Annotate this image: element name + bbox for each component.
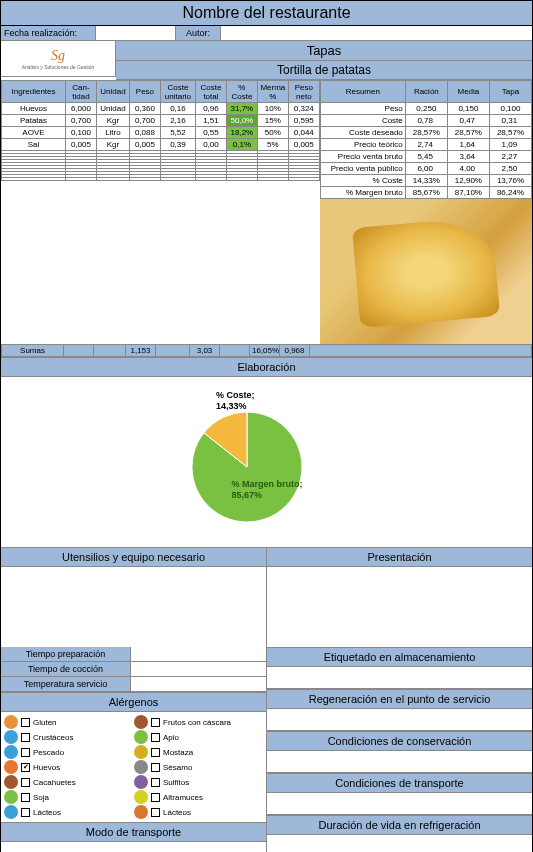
allergen-label: Apio	[163, 733, 179, 742]
res-val: 87,10%	[447, 187, 489, 199]
ing-cell: 0,324	[288, 103, 319, 115]
checkbox-icon[interactable]	[151, 763, 160, 772]
res-header: Tapa	[489, 81, 531, 103]
allergen-icon	[134, 715, 148, 729]
allergen-icon	[4, 805, 18, 819]
sums-row: Sumas 1,153 3,03 16,05% 0,968	[1, 344, 532, 357]
res-val: 0,100	[489, 103, 531, 115]
section-alergenos: Alérgenos	[1, 692, 266, 712]
checkbox-icon[interactable]	[21, 718, 30, 727]
ing-cell: 50%	[257, 127, 288, 139]
allergen-item[interactable]: Apio	[134, 730, 263, 744]
ing-header: Peso	[129, 81, 160, 103]
checkbox-icon[interactable]	[151, 793, 160, 802]
res-val: 85,67%	[405, 187, 447, 199]
ing-cell: 0,00	[195, 139, 226, 151]
ing-name: Sal	[2, 139, 66, 151]
allergen-label: Lácteos	[163, 808, 191, 817]
autor-value[interactable]	[221, 26, 532, 41]
res-val: 5,45 ‎	[405, 151, 447, 163]
allergen-item[interactable]: Gluten	[4, 715, 133, 729]
ing-cell	[288, 178, 319, 181]
label-tiempo-prep: Tiempo preparación	[1, 647, 131, 661]
duracion-box[interactable]	[267, 835, 532, 852]
ingredients-table: IngredientesCan-tidadUnidadPesoCoste uni…	[1, 80, 320, 181]
checkbox-icon[interactable]	[151, 748, 160, 757]
allergen-item[interactable]: Pescado	[4, 745, 133, 759]
allergen-item[interactable]: Lácteos	[134, 805, 263, 819]
fecha-value[interactable]	[96, 26, 176, 41]
ing-header: Coste unitario	[160, 81, 195, 103]
cond-transp-box[interactable]	[267, 793, 532, 815]
allergen-item[interactable]: Sulfitos	[134, 775, 263, 789]
checkbox-icon[interactable]	[21, 793, 30, 802]
val-temp-serv[interactable]	[131, 677, 266, 691]
presentacion-box[interactable]	[267, 567, 532, 647]
allergen-item[interactable]: Lácteos	[4, 805, 133, 819]
label-tiempo-coc: Tiempo de cocción	[1, 662, 131, 676]
res-val: 13,76%	[489, 175, 531, 187]
allergen-item[interactable]: Mostaza	[134, 745, 263, 759]
allergen-item[interactable]: Soja	[4, 790, 133, 804]
checkbox-icon[interactable]	[151, 718, 160, 727]
section-cond-transp: Condiciones de transporte	[267, 773, 532, 793]
ing-cell: 0,16	[160, 103, 195, 115]
allergen-label: Cacahuetes	[33, 778, 76, 787]
checkbox-icon[interactable]	[151, 733, 160, 742]
allergen-item[interactable]: ✔Huevos	[4, 760, 133, 774]
res-key: Precio venta bruto	[320, 151, 405, 163]
etiquetado-box[interactable]	[267, 667, 532, 689]
allergen-item[interactable]: Frutos con cáscara	[134, 715, 263, 729]
ing-cell: 0,1%	[226, 139, 257, 151]
ing-cell: 5%	[257, 139, 288, 151]
ing-cell: Litro	[96, 127, 129, 139]
logo: Sg Análisis y Soluciones de Gestión	[1, 41, 116, 77]
checkbox-icon[interactable]	[21, 733, 30, 742]
checkbox-icon[interactable]: ✔	[21, 763, 30, 772]
regeneracion-box[interactable]	[267, 709, 532, 731]
res-val: 2,27 ‎	[489, 151, 531, 163]
checkbox-icon[interactable]	[151, 778, 160, 787]
ing-name: Huevos	[2, 103, 66, 115]
ing-cell: 0,700	[65, 115, 96, 127]
cond-conserv-box[interactable]	[267, 751, 532, 773]
utensilios-box[interactable]	[1, 567, 266, 647]
allergen-label: Sulfitos	[163, 778, 189, 787]
res-key: Peso	[320, 103, 405, 115]
allergen-item[interactable]: Altramuces	[134, 790, 263, 804]
checkbox-icon[interactable]	[21, 778, 30, 787]
allergen-label: Huevos	[33, 763, 60, 772]
allergen-icon	[4, 760, 18, 774]
allergen-label: Crustáceos	[33, 733, 73, 742]
checkbox-icon[interactable]	[21, 748, 30, 757]
ing-cell: 18,2%	[226, 127, 257, 139]
pie-value: 85,67%	[231, 490, 262, 500]
res-key: Precio teórico	[320, 139, 405, 151]
ing-cell: 6,000	[65, 103, 96, 115]
ing-cell: Kgr	[96, 115, 129, 127]
res-key: % Coste	[320, 175, 405, 187]
checkbox-icon[interactable]	[21, 808, 30, 817]
allergen-label: Pescado	[33, 748, 64, 757]
allergen-label: Altramuces	[163, 793, 203, 802]
val-tiempo-coc[interactable]	[131, 662, 266, 676]
allergen-item[interactable]: Crustáceos	[4, 730, 133, 744]
ing-cell: 0,005	[129, 139, 160, 151]
checkbox-icon[interactable]	[151, 808, 160, 817]
allergen-icon	[4, 790, 18, 804]
section-etiquetado: Etiquetado en almacenamiento	[267, 647, 532, 667]
val-tiempo-prep[interactable]	[131, 647, 266, 661]
ing-cell: 0,39	[160, 139, 195, 151]
res-val: 3,64 ‎	[447, 151, 489, 163]
allergen-icon	[4, 730, 18, 744]
section-regeneracion: Regeneración en el punto de servicio	[267, 689, 532, 709]
modo-transporte-box[interactable]	[1, 842, 266, 852]
label-temp-serv: Temperatura servicio	[1, 677, 131, 691]
section-duracion: Duración de vida en refrigeración	[267, 815, 532, 835]
ing-header: Merma %	[257, 81, 288, 103]
allergen-item[interactable]: Sésamo	[134, 760, 263, 774]
allergen-item[interactable]: Cacahuetes	[4, 775, 133, 789]
res-val: 2,50 ‎	[489, 163, 531, 175]
ing-name: AOVE	[2, 127, 66, 139]
res-val: 28,57%	[489, 127, 531, 139]
